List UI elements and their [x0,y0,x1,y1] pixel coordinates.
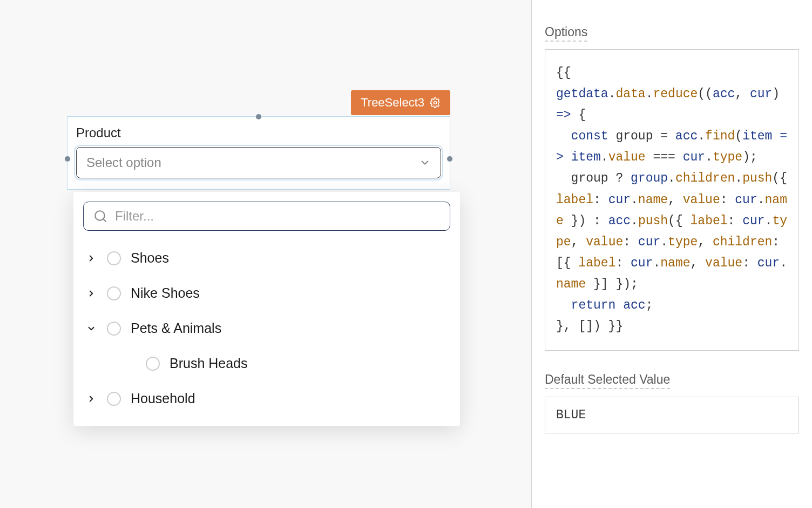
widget-badge-label: TreeSelect3 [361,96,424,110]
radio-circle[interactable] [146,357,160,371]
radio-circle[interactable] [107,322,121,336]
tree-item-label: Nike Shoes [131,285,200,301]
options-code-input[interactable]: {{ getdata.data.reduce((acc, cur) => { c… [545,49,799,351]
radio-circle[interactable] [107,251,121,265]
tree-item[interactable]: Pets & Animals [83,311,450,346]
widget-selection-box[interactable]: Product Select option [67,116,450,190]
resize-handle-top[interactable] [256,114,261,119]
canvas-area: TreeSelect3 Product Select option [0,0,531,508]
chevron-down-icon [419,157,431,169]
chevron-down-icon[interactable] [85,324,97,333]
tree-item[interactable]: Nike Shoes [83,276,450,311]
chevron-right-icon[interactable] [85,289,97,298]
resize-handle-right[interactable] [447,156,452,162]
radio-circle[interactable] [107,286,121,300]
tree-item[interactable]: Shoes [83,240,450,276]
default-selected-header: Default Selected Value [545,372,670,389]
treeselect-widget[interactable]: TreeSelect3 Product Select option [67,116,450,190]
properties-panel: Options {{ getdata.data.reduce((acc, cur… [531,0,812,508]
tree-item-label: Brush Heads [170,356,248,371]
widget-badge[interactable]: TreeSelect3 [351,90,450,115]
treeselect-label: Product [76,125,441,141]
chevron-right-icon[interactable] [85,394,97,404]
filter-input-wrap[interactable] [83,202,450,231]
chevron-right-icon[interactable] [85,253,97,263]
tree-item-label: Shoes [131,250,169,266]
options-header: Options [545,25,587,42]
treeselect-control[interactable]: Select option [76,147,441,178]
default-selected-value-input[interactable]: BLUE [545,397,799,433]
search-icon [93,209,107,223]
tree-item[interactable]: Brush Heads [83,346,450,381]
tree-list: ShoesNike ShoesPets & AnimalsBrush Heads… [73,240,460,416]
svg-point-0 [434,102,437,104]
tree-item-label: Pets & Animals [131,320,221,336]
svg-line-2 [103,219,106,222]
filter-row [73,202,460,240]
treeselect-placeholder: Select option [86,155,161,170]
filter-input[interactable] [115,209,440,224]
tree-item-label: Household [131,391,195,406]
gear-icon [430,97,441,108]
treeselect-dropdown: ShoesNike ShoesPets & AnimalsBrush Heads… [73,192,460,426]
resize-handle-left[interactable] [65,156,70,162]
tree-item[interactable]: Household [83,381,450,416]
radio-circle[interactable] [107,392,121,406]
